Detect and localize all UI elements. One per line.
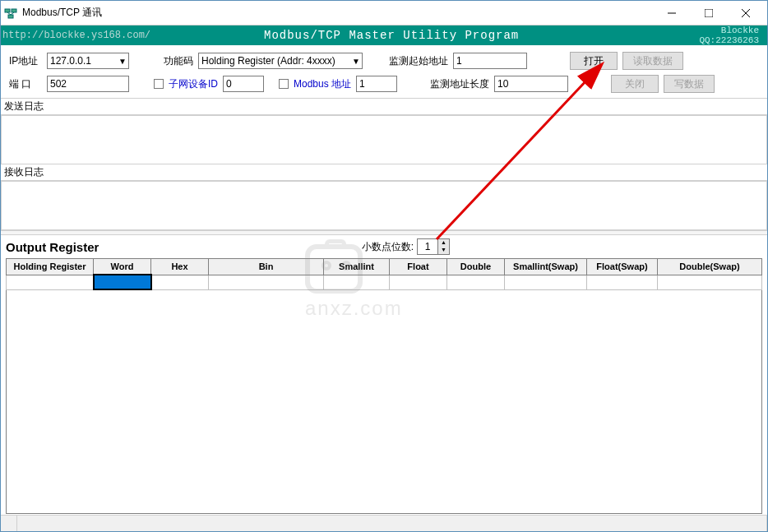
col-smallint[interactable]: Smallint: [324, 259, 390, 275]
window-title: Modbus/TCP 通讯: [22, 6, 653, 20]
open-button[interactable]: 打开: [570, 52, 618, 70]
send-log-area[interactable]: [1, 115, 767, 164]
cell[interactable]: [447, 275, 505, 289]
decimal-input[interactable]: [418, 239, 437, 254]
modbus-addr-input[interactable]: [356, 76, 397, 92]
port-input[interactable]: [47, 76, 129, 92]
status-cell: [17, 516, 767, 531]
subnet-input[interactable]: [223, 76, 264, 92]
write-data-button[interactable]: 写数据: [664, 75, 715, 93]
svg-rect-2: [8, 15, 13, 18]
cell[interactable]: [209, 275, 324, 289]
status-bar: [1, 515, 767, 531]
monitor-length-input[interactable]: [494, 76, 568, 92]
svg-rect-0: [5, 9, 10, 12]
table-row[interactable]: [7, 275, 762, 289]
monitor-start-label: 监测起始地址: [389, 54, 448, 68]
func-label: 功能码: [164, 54, 193, 68]
recv-log-label: 接收日志: [1, 164, 767, 181]
col-bin[interactable]: Bin: [209, 259, 324, 275]
program-header: http://blockke.ys168.com/ Modbus/TCP Mas…: [1, 25, 767, 45]
func-combo[interactable]: Holding Register (Addr: 4xxxx)▼: [198, 53, 363, 69]
col-word[interactable]: Word: [94, 259, 151, 275]
minimize-button[interactable]: [653, 2, 690, 25]
decimal-spinner[interactable]: ▲ ▼: [417, 238, 450, 255]
svg-rect-1: [12, 9, 16, 12]
col-hex[interactable]: Hex: [151, 259, 209, 275]
output-title: Output Register: [6, 240, 362, 254]
recv-log-area[interactable]: [1, 181, 767, 230]
maximize-button[interactable]: [690, 2, 727, 25]
credits: Blockke QQ:22236263: [699, 25, 767, 45]
ip-label: IP地址: [9, 54, 42, 68]
col-float-swap[interactable]: Float(Swap): [587, 259, 658, 275]
monitor-start-input[interactable]: [453, 53, 527, 69]
svg-rect-6: [705, 9, 713, 17]
subnet-checkbox[interactable]: [154, 79, 164, 89]
close-connection-button[interactable]: 关闭: [611, 75, 659, 93]
ip-combo[interactable]: 127.0.0.1▼: [47, 53, 129, 69]
spinner-up-icon[interactable]: ▲: [437, 239, 449, 247]
modbus-addr-checkbox[interactable]: [279, 79, 289, 89]
subnet-label: 子网设备ID: [169, 77, 218, 91]
col-double-swap[interactable]: Double(Swap): [658, 259, 762, 275]
cell[interactable]: [324, 275, 390, 289]
send-log-label: 发送日志: [1, 99, 767, 115]
grid-body-area[interactable]: [6, 290, 762, 514]
spinner-down-icon[interactable]: ▼: [437, 247, 449, 254]
cell[interactable]: [505, 275, 587, 289]
modbus-addr-label: Modbus 地址: [294, 77, 351, 91]
col-smallint-swap[interactable]: Smallint(Swap): [505, 259, 587, 275]
col-holding-register[interactable]: Holding Register: [7, 259, 94, 275]
cell[interactable]: [658, 275, 762, 289]
chevron-down-icon: ▼: [352, 57, 360, 66]
cell-selected[interactable]: [94, 275, 151, 289]
status-cell: [1, 516, 17, 531]
decimal-label: 小数点位数:: [362, 240, 414, 254]
read-data-button[interactable]: 读取数据: [622, 52, 683, 70]
chevron-down-icon: ▼: [118, 57, 127, 66]
author-url: http://blockke.ys168.com/: [1, 30, 248, 41]
cell[interactable]: [390, 275, 447, 289]
output-section: Output Register 小数点位数: ▲ ▼ Holding Regis…: [1, 235, 767, 517]
grid-header-row: Holding Register Word Hex Bin Smallint F…: [7, 259, 762, 275]
port-label: 端 口: [9, 77, 42, 91]
cell[interactable]: [151, 275, 209, 289]
col-double[interactable]: Double: [447, 259, 505, 275]
close-button[interactable]: [727, 2, 764, 25]
title-bar: Modbus/TCP 通讯: [1, 1, 767, 25]
cell[interactable]: [7, 275, 94, 289]
cell[interactable]: [587, 275, 658, 289]
col-float[interactable]: Float: [390, 259, 447, 275]
toolbar: IP地址 127.0.0.1▼ 功能码 Holding Register (Ad…: [1, 45, 767, 99]
app-icon: [4, 7, 17, 20]
output-grid[interactable]: Holding Register Word Hex Bin Smallint F…: [6, 258, 762, 290]
program-title: Modbus/TCP Master Utility Program: [248, 29, 699, 42]
monitor-length-label: 监测地址长度: [430, 77, 489, 91]
